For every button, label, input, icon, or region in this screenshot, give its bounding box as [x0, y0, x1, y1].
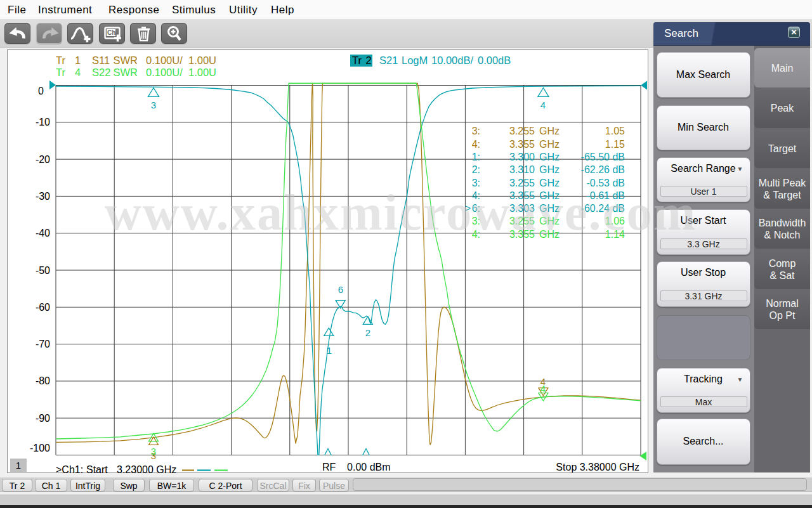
svg-text:1: 1 [327, 345, 332, 356]
svg-text:-62.26 dB: -62.26 dB [581, 164, 625, 175]
svg-text:RF 0.00 dBm: RF 0.00 dBm [322, 462, 391, 472]
svg-text:-90: -90 [36, 413, 50, 424]
svg-text:3: 3 [151, 100, 156, 110]
svg-text:-10: -10 [36, 117, 50, 127]
svg-text:4: 4 [540, 383, 546, 394]
svg-text:-65.50 dB: -65.50 dB [581, 152, 625, 162]
svg-text:0: 0 [38, 86, 44, 96]
svg-text:GHz: GHz [539, 152, 560, 162]
svg-text:-100: -100 [30, 443, 50, 453]
svg-text:3.300: 3.300 [509, 152, 535, 162]
svg-text:6: 6 [338, 284, 343, 295]
svg-text:4:: 4: [472, 139, 480, 150]
svg-text:-40: -40 [36, 228, 50, 238]
svg-text:GHz: GHz [539, 126, 560, 136]
svg-text:2:: 2: [472, 164, 480, 175]
svg-text:-20: -20 [36, 154, 50, 165]
svg-text:3: 3 [151, 446, 156, 457]
svg-text:-70: -70 [36, 339, 50, 349]
svg-text:Stop 3.38000 GHz: Stop 3.38000 GHz [556, 462, 639, 472]
svg-text:GHz: GHz [539, 164, 560, 175]
svg-text:1.15: 1.15 [605, 139, 625, 150]
svg-text:-50: -50 [36, 265, 50, 276]
svg-text:>Ch1:Start3.23000 GHz: >Ch1:Start3.23000 GHz [56, 464, 176, 475]
svg-text:-60: -60 [36, 302, 50, 313]
svg-text:3:: 3: [472, 126, 480, 136]
svg-text:GHz: GHz [539, 139, 560, 150]
svg-text:3.355: 3.355 [509, 139, 535, 150]
svg-text:3.255: 3.255 [509, 126, 535, 136]
svg-text:-80: -80 [36, 375, 50, 386]
svg-text:-30: -30 [36, 191, 50, 202]
svg-text:2: 2 [365, 327, 370, 338]
svg-text:4: 4 [540, 100, 546, 110]
svg-text:Tr4S22SWR0.100U/1.00U: Tr4S22SWR0.100U/1.00U [56, 67, 216, 78]
svg-text:Tr1S11SWR0.100U/1.00U: Tr1S11SWR0.100U/1.00U [56, 55, 216, 66]
svg-text:3.310: 3.310 [509, 164, 535, 175]
svg-text:1:: 1: [472, 152, 480, 162]
svg-text:1.05: 1.05 [605, 126, 625, 136]
svg-text:S21LogM10.00dB/0.00dB: S21LogM10.00dB/0.00dB [379, 55, 511, 66]
